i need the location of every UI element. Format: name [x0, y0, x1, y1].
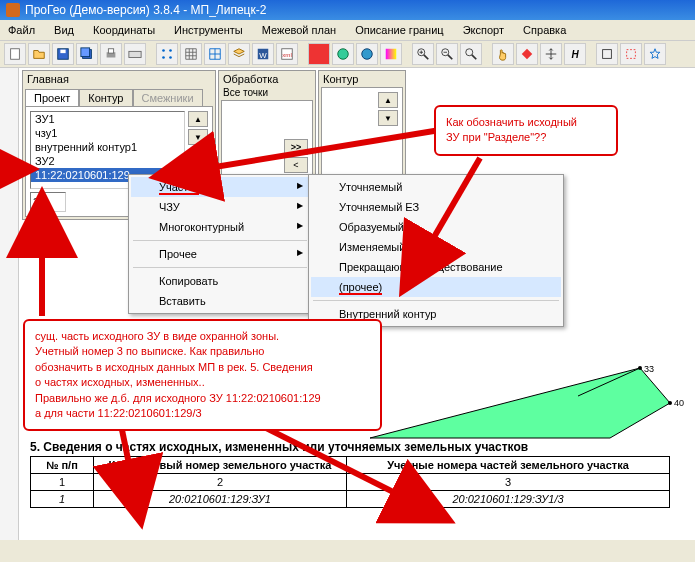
col-num: № п/п: [31, 457, 94, 474]
sub-formed[interactable]: Образуемый: [311, 217, 561, 237]
menu-view[interactable]: Вид: [46, 22, 82, 38]
panel-cont: Контур ▲ ▼: [318, 70, 406, 182]
svg-point-32: [638, 366, 642, 370]
tb-hand[interactable]: [492, 43, 514, 65]
ctxmenu-main: Участок ЧЗУ Многоконтурный Прочее Копиро…: [128, 174, 312, 314]
doc-section: 5. Сведения о частях исходных, измененны…: [30, 438, 680, 508]
tb-gradient[interactable]: [380, 43, 402, 65]
menu-coords[interactable]: Координаты: [85, 22, 163, 38]
app-icon: [6, 3, 20, 17]
panel-proc-subtitle: Все точки: [219, 87, 315, 100]
window-title: ПроГео (Демо-версия) 3.8.4 - МП_Липецк-2: [25, 3, 266, 17]
num-3: 3: [347, 474, 670, 491]
menu-file[interactable]: Файл: [0, 22, 43, 38]
proc-next[interactable]: >>: [284, 139, 308, 155]
panel-cont-title: Контур: [319, 71, 405, 87]
menu-plan[interactable]: Межевой план: [254, 22, 344, 38]
callout2-line: обозначить в исходных данных МП в рек. 5…: [35, 360, 370, 375]
tb-print[interactable]: [100, 43, 122, 65]
svg-rect-4: [81, 48, 90, 57]
tb-globe1[interactable]: [332, 43, 354, 65]
callout2-line: о частях исходных, измененных..: [35, 375, 370, 390]
tb-red[interactable]: [308, 43, 330, 65]
tab-contour[interactable]: Контур: [79, 89, 132, 106]
pt-label: 33: [644, 364, 654, 374]
svg-marker-30: [370, 368, 670, 438]
tb-zoomfit[interactable]: [460, 43, 482, 65]
tb-new[interactable]: [4, 43, 26, 65]
callout-question: Как обозначить исходный ЗУ при "Разделе"…: [434, 105, 618, 156]
svg-point-10: [162, 56, 165, 59]
tb-keyboard[interactable]: [124, 43, 146, 65]
pt-label: 40: [674, 398, 684, 408]
tb-diamond[interactable]: [516, 43, 538, 65]
proc-back[interactable]: <: [284, 157, 308, 173]
list-down[interactable]: ▼: [188, 129, 208, 145]
tb-xml[interactable]: xml: [276, 43, 298, 65]
svg-text:W: W: [259, 51, 267, 60]
doc-table: № п/п Кадастровый номер земельного участ…: [30, 456, 670, 508]
row-idx: 1: [31, 491, 94, 508]
sub-other[interactable]: (прочее): [311, 277, 561, 297]
content-area: Главная Проект Контур Смежники ЗУ1 чзу1 …: [0, 68, 695, 540]
tb-grid2[interactable]: [204, 43, 226, 65]
titlebar: ПроГео (Демо-версия) 3.8.4 - МП_Липецк-2: [0, 0, 695, 20]
menu-tools[interactable]: Инструменты: [166, 22, 251, 38]
vertical-ruler: [0, 68, 19, 540]
tab-project[interactable]: Проект: [25, 89, 79, 106]
tb-save[interactable]: [52, 43, 74, 65]
sub-ceasing[interactable]: Прекращающий существование: [311, 257, 561, 277]
sub-clarified-ez[interactable]: Уточняемый ЕЗ: [311, 197, 561, 217]
tb-globe2[interactable]: [356, 43, 378, 65]
toolbar: W xml H: [0, 41, 695, 68]
list-item[interactable]: внутренний контур1: [31, 140, 184, 154]
svg-rect-2: [60, 50, 65, 54]
list-up[interactable]: ▲: [188, 111, 208, 127]
sub-changed[interactable]: Изменяемый: [311, 237, 561, 257]
ctx-uchastok[interactable]: Участок: [131, 177, 309, 197]
tb-saveall[interactable]: [76, 43, 98, 65]
menu-help[interactable]: Справка: [515, 22, 574, 38]
row-cad: 20:0210601:129:ЗУ1: [94, 491, 347, 508]
list-item[interactable]: ЗУ2: [31, 154, 184, 168]
tb-word[interactable]: W: [252, 43, 274, 65]
callout-explain: сущ. часть исходного ЗУ в виде охранной …: [23, 319, 382, 431]
svg-rect-0: [11, 49, 20, 60]
tb-shape1[interactable]: [596, 43, 618, 65]
svg-rect-18: [386, 49, 397, 60]
callout2-line: сущ. часть исходного ЗУ в виде охранной …: [35, 329, 370, 344]
svg-point-33: [668, 401, 672, 405]
ctx-other[interactable]: Прочее: [131, 244, 309, 264]
canvas-shape: 33 40: [360, 348, 690, 448]
tb-shape2[interactable]: [620, 43, 642, 65]
tb-grid1[interactable]: [180, 43, 202, 65]
sub-clarified[interactable]: Уточняемый: [311, 177, 561, 197]
tb-h[interactable]: H: [564, 43, 586, 65]
cont-up[interactable]: ▲: [378, 92, 398, 108]
menu-borders[interactable]: Описание границ: [347, 22, 451, 38]
list-item[interactable]: чзу1: [31, 126, 184, 140]
menu-export[interactable]: Экспорт: [455, 22, 512, 38]
ctx-copy[interactable]: Копировать: [131, 271, 309, 291]
svg-point-11: [169, 56, 172, 59]
tb-open[interactable]: [28, 43, 50, 65]
tb-zoomout[interactable]: [436, 43, 458, 65]
tb-points[interactable]: [156, 43, 178, 65]
list-item[interactable]: ЗУ1: [31, 112, 184, 126]
panel-proc-title: Обработка: [219, 71, 315, 87]
tab-neighbors[interactable]: Смежники: [133, 89, 203, 106]
svg-point-8: [162, 49, 165, 52]
tb-zoomin[interactable]: [412, 43, 434, 65]
svg-rect-7: [129, 51, 141, 57]
tb-arrows[interactable]: [540, 43, 562, 65]
num-input[interactable]: [30, 192, 66, 212]
tb-star[interactable]: [644, 43, 666, 65]
svg-point-16: [338, 49, 349, 60]
tb-layers[interactable]: [228, 43, 250, 65]
cont-down[interactable]: ▼: [378, 110, 398, 126]
ctx-multi[interactable]: Многоконтурный: [131, 217, 309, 237]
callout2-line: Правильно же д.б. для исходного ЗУ 11:22…: [35, 391, 370, 406]
ctx-sep: [133, 240, 307, 241]
ctx-paste[interactable]: Вставить: [131, 291, 309, 311]
ctx-chzu[interactable]: ЧЗУ: [131, 197, 309, 217]
